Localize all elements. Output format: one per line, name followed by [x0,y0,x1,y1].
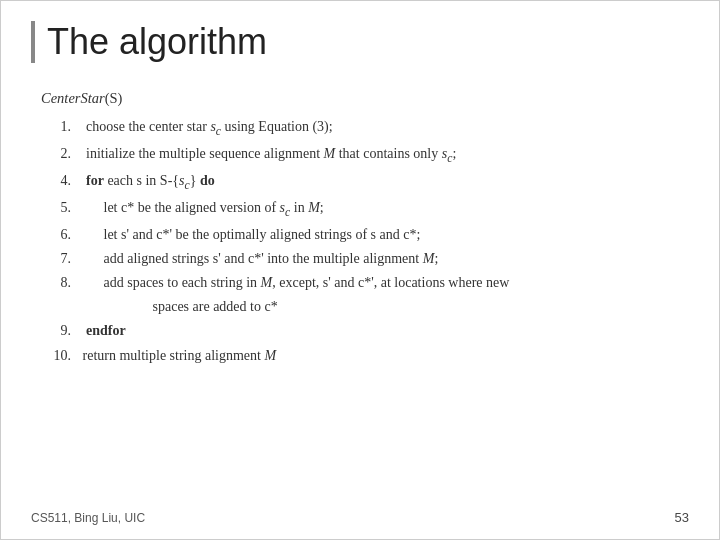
step-10: 10. return multiple string alignment M [41,344,689,367]
slide-container: The algorithm CenterStar(S) 1. choose th… [0,0,720,540]
algorithm-name: CenterStar(S) [41,87,689,111]
step-7: 7. add aligned strings s' and c*' into t… [41,247,689,270]
step-6: 6. let s' and c*' be the optimally align… [41,223,689,246]
step-5: 5. let c* be the aligned version of sc i… [41,196,689,222]
algorithm-box: CenterStar(S) 1. choose the center star … [41,87,689,367]
step-4: 4. for each s in S-{sc} do [41,169,689,195]
footer: CS511, Bing Liu, UIC 53 [31,510,689,525]
step-1: 1. choose the center star sc using Equat… [41,115,689,141]
slide-title: The algorithm [47,21,689,63]
step-2: 2. initialize the multiple sequence alig… [41,142,689,168]
footer-left: CS511, Bing Liu, UIC [31,511,145,525]
title-bar: The algorithm [31,21,689,63]
footer-right: 53 [675,510,689,525]
step-8-cont: spaces are added to c* [41,295,689,318]
step-8: 8. add spaces to each string in M, excep… [41,271,689,294]
step-9: 9. endfor [41,319,689,342]
algorithm-steps: 1. choose the center star sc using Equat… [41,115,689,367]
